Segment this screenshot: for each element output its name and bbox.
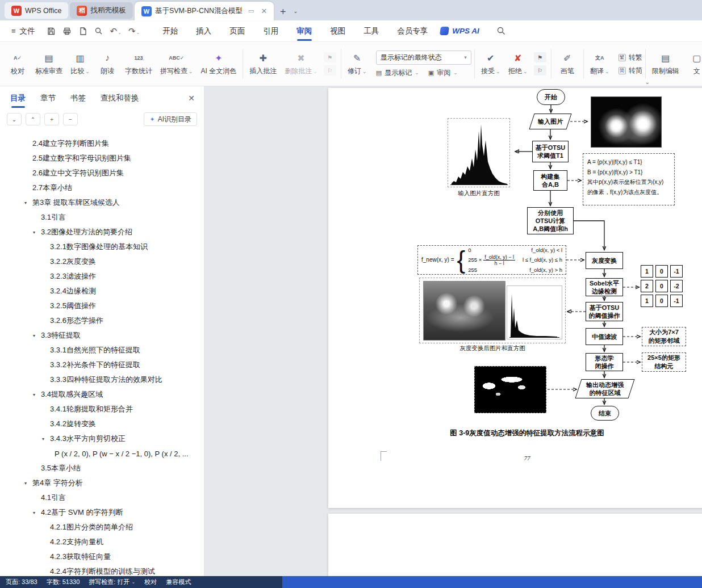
- menu-tab[interactable]: 会员专享: [388, 20, 437, 41]
- redo-button[interactable]: ↷⌄: [128, 27, 140, 35]
- proofing-button[interactable]: A✓ 校对: [5, 47, 31, 82]
- tab-document[interactable]: W 基于SVM-BP-CNN混合模型 ▭ ✕: [135, 2, 274, 20]
- delete-comment-button[interactable]: ✖ 删除批注⌄: [281, 47, 321, 82]
- undo-chevron-icon[interactable]: ⌄: [118, 30, 122, 35]
- sidebar-tab[interactable]: 章节: [40, 86, 56, 110]
- collapse-triangle-icon[interactable]: ▾: [42, 436, 50, 442]
- document-area[interactable]: 开始 输入图片 基于OTSU 求阈值T1 输入图片直方图: [204, 86, 702, 576]
- toc-item[interactable]: ▾ 2.4建立字符判断图片集: [0, 136, 204, 151]
- sidebar-tab[interactable]: 目录: [10, 86, 26, 110]
- collapse-triangle-icon[interactable]: ▾: [24, 481, 32, 486]
- toc-item[interactable]: ▾ 3.3.2补光条件下的特征提取: [0, 358, 204, 372]
- menu-tab[interactable]: 页面: [220, 20, 254, 41]
- toc-item[interactable]: ▾ 第4章 字符分析: [0, 476, 204, 490]
- toc-item[interactable]: ▾ 3.2.3滤波操作: [0, 269, 204, 284]
- show-markup-button[interactable]: ▤ 显示标记 ⌄: [376, 68, 419, 78]
- collapse-all-button[interactable]: ⌃: [26, 113, 40, 125]
- toc-item[interactable]: ▾ 3.2.5阈值操作: [0, 299, 204, 313]
- toc-item[interactable]: ▾ 3.2.2灰度变换: [0, 254, 204, 269]
- tab-list-chevron-icon[interactable]: ⌄: [290, 3, 300, 18]
- redo-chevron-icon[interactable]: ⌄: [136, 30, 140, 35]
- toc-item[interactable]: ▾ 4.2.1图片分类的简单介绍: [0, 520, 204, 535]
- tab-wps-office[interactable]: W WPS Office: [5, 2, 68, 19]
- clipped-ribbon-button[interactable]: ▢ 文: [684, 47, 702, 82]
- print-button[interactable]: [62, 26, 72, 37]
- pen-button[interactable]: ✐ 画笔: [554, 47, 580, 82]
- previous-comment-icon[interactable]: ⚑: [324, 52, 336, 62]
- spellcheck-indicator[interactable]: 拼写检查: 打开 ⌄: [89, 578, 135, 586]
- toc-item[interactable]: ▾ 3.4.3水平方向剪切校正: [0, 431, 204, 446]
- new-tab-button[interactable]: ＋: [275, 3, 290, 18]
- ai-polish-button[interactable]: ✦ AI 全文润色: [198, 47, 240, 82]
- insert-comment-button[interactable]: ✚ 插入批注: [246, 47, 280, 82]
- menu-tab[interactable]: 视图: [321, 20, 354, 41]
- sidebar-tab[interactable]: 书签: [70, 86, 86, 110]
- review-pane-button[interactable]: ▣ 审阅 ⌄: [428, 68, 458, 78]
- next-revision-icon[interactable]: ⚐: [534, 65, 546, 75]
- toc-item[interactable]: ▾ 4.2.4字符判断模型的训练与测试: [0, 564, 204, 576]
- toc-item[interactable]: ▾ 3.2.4边缘检测: [0, 284, 204, 299]
- file-menu-button[interactable]: ≡ 文件: [6, 20, 41, 41]
- menu-tab[interactable]: 开始: [153, 20, 187, 41]
- toc-item[interactable]: ▾ P (x / 2, 0), P (w − x / 2 −1, 0), P (…: [0, 446, 204, 461]
- toc-item[interactable]: ▾ 3.2.1数字图像处理的基本知识: [0, 240, 204, 254]
- search-button[interactable]: [496, 26, 506, 36]
- undo-button[interactable]: ↶⌄: [110, 27, 122, 35]
- page-indicator[interactable]: 页面: 33/83: [6, 578, 37, 586]
- accept-change-button[interactable]: ✔ 接受⌄: [478, 47, 504, 82]
- menu-tab[interactable]: 工具: [354, 20, 388, 41]
- tab-docer-template[interactable]: 稻 找稻壳模板: [70, 2, 133, 19]
- collapse-triangle-icon[interactable]: ▾: [33, 333, 41, 338]
- to-simplified-button[interactable]: 简 转简: [619, 66, 642, 75]
- ai-recognize-toc-button[interactable]: ✦ AI识别目录: [144, 112, 197, 126]
- toc-item[interactable]: ▾ 3.2图像处理方法的简要介绍: [0, 225, 204, 240]
- toc-item[interactable]: ▾ 3.3特征提取: [0, 328, 204, 343]
- previous-revision-icon[interactable]: ⚑: [534, 52, 546, 62]
- save-button[interactable]: [47, 26, 56, 37]
- wps-ai-button[interactable]: WPS AI: [440, 27, 479, 35]
- zoom-out-toc-button[interactable]: −: [63, 113, 78, 125]
- find-button[interactable]: [94, 26, 103, 37]
- to-traditional-button[interactable]: 繁 转繁: [619, 53, 642, 62]
- proofing-indicator[interactable]: 校对: [144, 578, 157, 586]
- print-preview-button[interactable]: [78, 26, 87, 37]
- restrict-editing-button[interactable]: ▤ 限制编辑: [649, 47, 683, 82]
- markup-state-select[interactable]: 显示标记的最终状态 ▾: [376, 51, 471, 65]
- standard-review-button[interactable]: ▤ 标准审查: [32, 47, 66, 82]
- next-comment-icon[interactable]: ⚐: [324, 65, 336, 75]
- collapse-ribbon-chevron-icon[interactable]: ⌄: [645, 79, 650, 85]
- toc-item[interactable]: ▾ 3.4提取感兴趣区域: [0, 387, 204, 402]
- expand-all-button[interactable]: ⌄: [7, 113, 22, 125]
- toc-item[interactable]: ▾ 2.7本章小结: [0, 180, 204, 195]
- translate-button[interactable]: 文A 翻译⌄: [587, 47, 613, 82]
- menu-tab[interactable]: 引用: [254, 20, 287, 41]
- sidebar-tab[interactable]: 查找和替换: [101, 86, 139, 110]
- next-document-page[interactable]: [328, 514, 702, 576]
- toc-item[interactable]: ▾ 4.2基于 SVM 的字符判断: [0, 505, 204, 520]
- toc-item[interactable]: ▾ 3.2.6形态学操作: [0, 313, 204, 328]
- close-tab-icon[interactable]: ✕: [261, 7, 267, 15]
- toc-item[interactable]: ▾ 3.1引言: [0, 210, 204, 225]
- close-sidebar-icon[interactable]: ✕: [188, 94, 195, 103]
- word-count-button[interactable]: 1̲2̲3̲ 字数统计: [122, 47, 156, 82]
- toc-item[interactable]: ▾ 3.4.2旋转变换: [0, 417, 204, 431]
- toc-item[interactable]: ▾ 3.4.1轮廓提取和矩形合并: [0, 402, 204, 417]
- read-aloud-button[interactable]: ♪ 朗读: [94, 47, 120, 82]
- word-count-indicator[interactable]: 字数: 51330: [47, 578, 80, 586]
- menu-tab[interactable]: 插入: [187, 20, 220, 41]
- toc-item[interactable]: ▾ 4.1引言: [0, 490, 204, 505]
- toc-item[interactable]: ▾ 2.5建立数字和字母识别图片集: [0, 151, 204, 166]
- toc-item[interactable]: ▾ 2.6建立中文字符识别图片集: [0, 166, 204, 180]
- toc-item[interactable]: ▾ 3.5本章小结: [0, 461, 204, 476]
- compare-button[interactable]: ▥ 比较⌄: [67, 47, 93, 82]
- collapse-triangle-icon[interactable]: ▾: [33, 230, 41, 235]
- toc-item[interactable]: ▾ 4.2.3获取特征向量: [0, 549, 204, 564]
- zoom-in-toc-button[interactable]: ＋: [44, 113, 59, 125]
- toc-item[interactable]: ▾ 3.3.3四种特征提取方法的效果对比: [0, 372, 204, 387]
- menu-tab[interactable]: 审阅: [287, 20, 321, 41]
- collapse-triangle-icon[interactable]: ▾: [24, 200, 32, 205]
- reject-change-button[interactable]: ✘ 拒绝⌄: [505, 47, 531, 82]
- toc-item[interactable]: ▾ 3.3.1自然光照下的特征提取: [0, 343, 204, 358]
- collapse-triangle-icon[interactable]: ▾: [33, 510, 41, 515]
- collapse-triangle-icon[interactable]: ▾: [33, 392, 41, 397]
